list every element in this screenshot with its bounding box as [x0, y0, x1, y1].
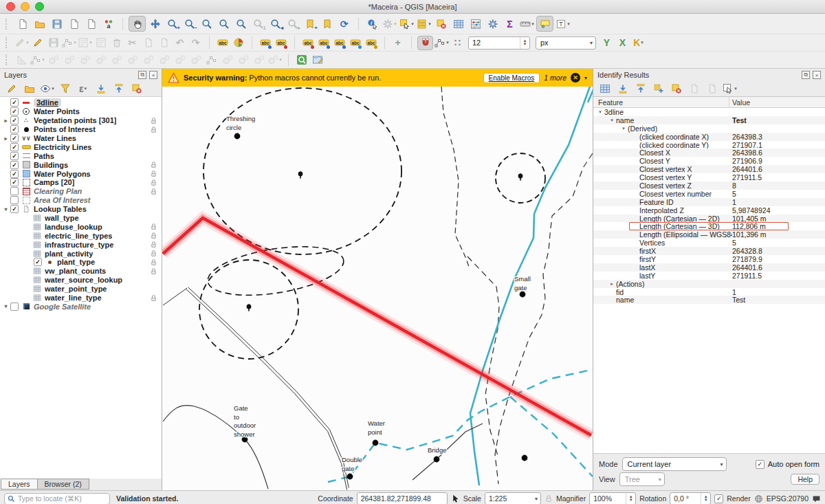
- layer-item-3dline[interactable]: ✓3dline: [0, 98, 162, 107]
- osm-place-search-icon[interactable]: [294, 54, 309, 67]
- close-panel-icon[interactable]: ×: [149, 71, 157, 79]
- layer-item-points-of-interest[interactable]: ✓Points of Interest: [0, 125, 162, 134]
- expand-new-results-icon[interactable]: [650, 82, 666, 96]
- zoom-in-icon[interactable]: +: [164, 17, 180, 31]
- clear-results-icon[interactable]: [668, 82, 684, 96]
- cad-dock-icon[interactable]: +: [390, 36, 405, 50]
- messages-icon[interactable]: [812, 494, 821, 503]
- layer-item-vegetation-points-301-[interactable]: ▸✓∴Vegetation points [301]: [0, 116, 162, 125]
- new-project-icon[interactable]: [14, 17, 30, 31]
- banner-close-caret-icon[interactable]: ▾: [584, 75, 587, 81]
- style-manager-icon[interactable]: [100, 17, 116, 31]
- layer-visibility-checkbox[interactable]: ✓: [10, 152, 19, 160]
- snapping-toggle-icon[interactable]: [417, 36, 433, 50]
- identify-row-lastx[interactable]: lastX264401.6: [593, 263, 825, 272]
- select-by-value-icon[interactable]: ▾: [416, 17, 432, 31]
- zoom-to-selection-icon[interactable]: [216, 17, 232, 31]
- identify-row-interpolated-z[interactable]: Interpolated Z5,98748924: [593, 206, 825, 215]
- refresh-map-icon[interactable]: ⟳: [336, 17, 352, 31]
- layer-item-vw-plant-counts[interactable]: vw_plant_counts: [0, 267, 162, 276]
- identify-settings-icon[interactable]: ▾: [722, 82, 738, 96]
- collapse-all-icon[interactable]: [111, 82, 126, 96]
- layer-item-electric-line-types[interactable]: electric_line_types: [0, 231, 162, 240]
- expander-icon[interactable]: ▾: [608, 118, 616, 123]
- expander-icon[interactable]: ▾: [596, 109, 604, 115]
- layer-visibility-checkbox[interactable]: ✓: [10, 134, 19, 142]
- layer-item-area-of-interest[interactable]: Area Of Interest: [0, 196, 162, 205]
- layer-visibility-checkbox[interactable]: [10, 196, 19, 204]
- filter-legend-icon[interactable]: [57, 82, 73, 96]
- expander-icon[interactable]: ▸: [1, 135, 10, 142]
- scale-combobox[interactable]: 1:225▾: [485, 492, 541, 504]
- layer-item-paths[interactable]: ✓Paths: [0, 151, 162, 160]
- close-panel-icon[interactable]: ×: [813, 71, 821, 79]
- zoom-to-layer-icon[interactable]: [233, 17, 249, 31]
- layer-visibility-checkbox[interactable]: ✓: [10, 107, 19, 116]
- enable-macros-button[interactable]: Enable Macros: [483, 73, 540, 83]
- auto-open-form-checkbox[interactable]: ✓: [756, 460, 764, 469]
- banner-more-link[interactable]: 1 more: [544, 74, 566, 82]
- pin-labels-icon[interactable]: [258, 36, 272, 50]
- extents-toggle-icon[interactable]: [451, 494, 460, 503]
- identify-row-fid[interactable]: fid1: [593, 288, 825, 296]
- expander-icon[interactable]: ▾: [1, 206, 10, 212]
- layout-manager-icon[interactable]: [83, 17, 99, 31]
- show-hide-labels-icon[interactable]: [316, 36, 331, 50]
- toggle-editing-icon[interactable]: [30, 36, 45, 50]
- filter-by-expression-icon[interactable]: ε▾: [75, 82, 91, 96]
- georeferencer-icon[interactable]: [310, 54, 324, 67]
- identify-row-firstx[interactable]: firstX264328.8: [593, 247, 825, 255]
- identify-row-closest-x[interactable]: Closest X264398.6: [593, 149, 825, 157]
- layer-item-buildings[interactable]: ✓Buildings: [0, 160, 162, 169]
- layer-visibility-checkbox[interactable]: [10, 187, 19, 195]
- layer-item-water-point-type[interactable]: water_point_type: [0, 285, 162, 294]
- identify-row--clicked-coordinate-x-[interactable]: (clicked coordinate X)264398.3: [593, 133, 825, 141]
- layer-item-clearing-plan[interactable]: Clearing Plan: [0, 187, 162, 196]
- layer-item-water-source-lookup[interactable]: water_source_lookup: [0, 276, 162, 285]
- layer-item-water-line-type[interactable]: water_line_type: [0, 294, 162, 303]
- change-label-icon[interactable]: [364, 36, 378, 50]
- self-snapping-icon[interactable]: K▾: [631, 36, 646, 50]
- help-button[interactable]: Help: [791, 474, 820, 485]
- float-panel-icon[interactable]: ⧉: [802, 71, 810, 79]
- measure-icon[interactable]: ▾: [519, 17, 535, 31]
- layer-item-water-points[interactable]: ✓Water Points: [0, 107, 162, 116]
- unpin-labels-icon[interactable]: [274, 36, 288, 50]
- manage-map-themes-icon[interactable]: ▾: [39, 82, 55, 96]
- identify-row--derived-[interactable]: ▾(Derived): [593, 124, 825, 133]
- identify-row-closest-vertex-z[interactable]: Closest vertex Z8: [593, 182, 825, 190]
- coordinate-input[interactable]: 264381.82,271899.48: [357, 492, 448, 504]
- banner-close-icon[interactable]: ✕: [571, 73, 580, 83]
- show-bookmarks-icon[interactable]: [319, 17, 335, 31]
- identify-row-length-ellipsoidal-wgs84-[interactable]: Length (Ellipsoidal — WGS84)101,396 m: [593, 230, 825, 239]
- feature-column-header[interactable]: Feature: [593, 97, 729, 107]
- open-project-icon[interactable]: [32, 17, 47, 31]
- crs-globe-icon[interactable]: [754, 494, 763, 503]
- layer-visibility-checkbox[interactable]: ✓: [10, 170, 19, 178]
- open-layer-styling-icon[interactable]: [3, 82, 19, 96]
- snap-units-combobox[interactable]: px▾: [536, 36, 596, 50]
- layer-item-plant-activity[interactable]: plant_activity: [0, 249, 162, 258]
- identify-row-3dline[interactable]: ▾3dline: [593, 108, 825, 116]
- snap-tolerance-spinbox[interactable]: 12▲▼: [468, 36, 530, 50]
- save-project-icon[interactable]: [49, 17, 65, 31]
- snapping-mode-icon[interactable]: ▾: [434, 36, 449, 50]
- layer-visibility-checkbox[interactable]: ✓: [10, 125, 19, 133]
- layer-visibility-checkbox[interactable]: ✓: [10, 205, 19, 213]
- expand-all-icon[interactable]: [93, 82, 109, 96]
- value-column-header[interactable]: Value: [729, 98, 825, 107]
- lock-scale-icon[interactable]: [544, 494, 553, 503]
- identify-features-icon[interactable]: [364, 17, 380, 31]
- identify-mode-icon[interactable]: [597, 82, 613, 96]
- identify-row-closest-vertex-number[interactable]: Closest vertex number5: [593, 190, 825, 198]
- layer-item-plant-type[interactable]: ✓plant_type: [0, 258, 162, 267]
- layer-item-water-lines[interactable]: ▸✓∨∨Water Lines: [0, 134, 162, 143]
- pan-to-selection-icon[interactable]: [147, 17, 163, 31]
- new-print-layout-icon[interactable]: [66, 17, 82, 31]
- layer-visibility-checkbox[interactable]: ✓: [34, 258, 42, 266]
- layer-item-google-satellite[interactable]: ▾Google Satellite: [0, 302, 162, 311]
- layer-visibility-checkbox[interactable]: ✓: [10, 116, 19, 124]
- layer-labeling-icon[interactable]: [215, 36, 230, 50]
- expander-icon[interactable]: ▸: [1, 118, 10, 124]
- toolbar-grip[interactable]: [6, 19, 11, 30]
